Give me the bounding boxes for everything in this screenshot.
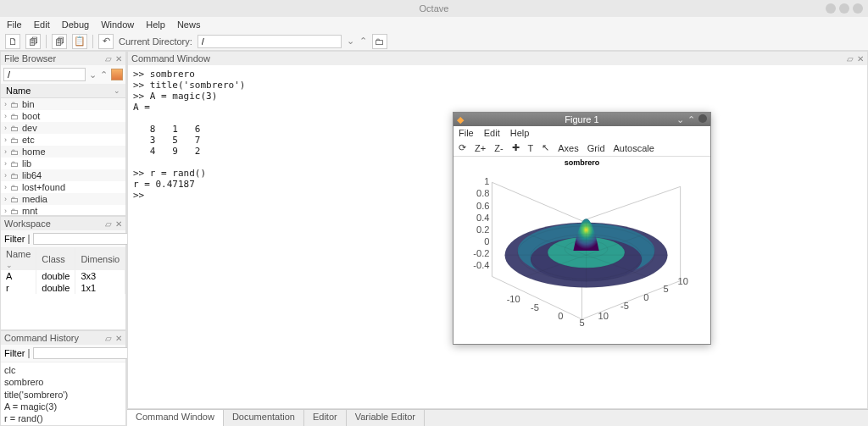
figure-menu-file[interactable]: File <box>459 128 474 138</box>
figure-titlebar[interactable]: ◆ Figure 1 ⌄ ⌃ <box>453 113 710 126</box>
folder-icon: 🗀 <box>10 112 19 121</box>
table-row[interactable]: Adouble3x3 <box>1 270 125 282</box>
folder-icon: 🗀 <box>10 195 19 204</box>
close-panel-icon[interactable]: ✕ <box>115 219 122 229</box>
figure-app-icon: ◆ <box>457 114 464 125</box>
up-icon[interactable]: ⌃ <box>100 69 108 80</box>
folder-item[interactable]: ›🗀mnt <box>1 205 125 215</box>
workspace-table: Name ⌄ Class Dimensio Adouble3x3 rdouble… <box>1 248 125 294</box>
svg-text:-5: -5 <box>531 302 539 313</box>
tab-editor[interactable]: Editor <box>304 410 347 426</box>
folder-item[interactable]: ›🗀media <box>1 193 125 205</box>
tab-variable-editor[interactable]: Variable Editor <box>347 410 425 426</box>
pan-icon[interactable]: ✚ <box>512 142 520 153</box>
main-toolbar: 🗋 🗐 🗐 📋 ↶ Current Directory: ⌄ ⌃ 🗀 <box>0 32 868 51</box>
grid-button[interactable]: Grid <box>587 143 605 153</box>
command-window-title: Command Window ▱✕ <box>128 52 867 65</box>
command-history-panel: Command History ▱✕ Filter clc sombrero t… <box>0 330 126 426</box>
tab-documentation[interactable]: Documentation <box>224 410 304 426</box>
close-panel-icon[interactable]: ✕ <box>115 54 122 64</box>
figure-toolbar: ⟳ Z+ Z- ✚ T ↖ Axes Grid Autoscale <box>453 140 710 157</box>
figure-close-icon[interactable] <box>698 114 707 123</box>
tab-command-window[interactable]: Command Window <box>127 410 224 426</box>
figure-menu-help[interactable]: Help <box>510 128 530 138</box>
select-icon[interactable]: ↖ <box>542 142 549 153</box>
folder-icon: 🗀 <box>10 136 19 145</box>
app-title: Octave <box>420 3 449 14</box>
dropdown-icon[interactable]: ⌄ <box>89 69 97 80</box>
folder-item[interactable]: ›🗀home <box>1 146 125 158</box>
folder-item[interactable]: ›🗀lib <box>1 158 125 169</box>
col-dim[interactable]: Dimensio <box>75 248 125 270</box>
undock-icon[interactable]: ▱ <box>105 219 112 229</box>
new-file-icon[interactable]: 🗋 <box>5 34 20 49</box>
sync-folder-icon[interactable] <box>111 69 123 80</box>
folder-icon: 🗀 <box>10 159 19 169</box>
filter-checkbox[interactable] <box>28 349 30 358</box>
filter-checkbox[interactable] <box>28 235 30 244</box>
folder-item[interactable]: ›🗀bin <box>1 98 125 110</box>
folder-icon: 🗀 <box>10 183 19 192</box>
history-item[interactable]: sombrero <box>4 376 122 388</box>
menu-debug[interactable]: Debug <box>62 19 89 30</box>
folder-icon: 🗀 <box>10 147 19 157</box>
col-name[interactable]: Name ⌄ <box>1 248 36 270</box>
menu-edit[interactable]: Edit <box>34 19 50 30</box>
figure-maximize-icon[interactable]: ⌃ <box>687 114 695 125</box>
close-icon[interactable] <box>853 3 863 14</box>
svg-text:0.4: 0.4 <box>476 213 489 223</box>
folder-item[interactable]: ›🗀lost+found <box>1 181 125 193</box>
history-item[interactable]: r = rand() <box>4 412 122 424</box>
workspace-title: Workspace ▱✕ <box>1 217 125 230</box>
chevron-right-icon: › <box>4 100 7 108</box>
text-icon[interactable]: T <box>528 143 534 153</box>
undock-icon[interactable]: ▱ <box>105 334 112 343</box>
undo-icon[interactable]: ↶ <box>98 34 114 49</box>
maximize-icon[interactable] <box>839 3 849 14</box>
browse-folder-icon[interactable]: 🗀 <box>372 34 387 49</box>
table-row[interactable]: rdouble1x1 <box>1 282 125 294</box>
chevron-right-icon: › <box>4 207 7 215</box>
svg-text:0.6: 0.6 <box>476 201 489 211</box>
zoom-in-button[interactable]: Z+ <box>475 143 486 153</box>
menu-help[interactable]: Help <box>146 19 165 30</box>
menu-window[interactable]: Window <box>101 19 134 30</box>
autoscale-button[interactable]: Autoscale <box>614 143 654 153</box>
folder-item[interactable]: ›🗀dev <box>1 122 125 134</box>
folder-item[interactable]: ›🗀etc <box>1 134 125 146</box>
figure-title: Figure 1 <box>565 114 598 124</box>
svg-text:-0.2: -0.2 <box>473 248 489 258</box>
rotate-icon[interactable]: ⟳ <box>459 142 466 153</box>
folder-item[interactable]: ›🗀boot <box>1 110 125 122</box>
minimize-icon[interactable] <box>826 3 836 14</box>
copy-icon[interactable]: 🗐 <box>52 34 67 49</box>
history-item[interactable]: clc <box>4 364 122 376</box>
undock-icon[interactable]: ▱ <box>847 54 854 64</box>
folder-item[interactable]: ›🗀lib64 <box>1 169 125 181</box>
dropdown-icon[interactable]: ⌄ <box>347 36 354 47</box>
history-item[interactable]: title('sombrero') <box>4 389 122 401</box>
col-class[interactable]: Class <box>36 248 75 270</box>
figure-menu-edit[interactable]: Edit <box>484 128 500 138</box>
axes-button[interactable]: Axes <box>558 143 578 153</box>
new-script-icon[interactable]: 🗐 <box>25 34 41 49</box>
figure-window[interactable]: ◆ Figure 1 ⌄ ⌃ File Edit Help ⟳ Z+ Z- ✚ … <box>453 112 711 345</box>
close-panel-icon[interactable]: ✕ <box>115 334 122 343</box>
history-item[interactable]: A = magic(3) <box>4 401 122 412</box>
sombrero-surface-plot: 1 0.8 0.6 0.4 0.2 0 -0.2 -0.4 -10 -5 0 <box>453 157 710 336</box>
zoom-out-button[interactable]: Z- <box>494 143 503 153</box>
figure-plot[interactable]: sombrero 1 0.8 0.6 0.4 0.2 <box>453 157 710 344</box>
up-dir-icon[interactable]: ⌃ <box>359 36 367 47</box>
paste-icon[interactable]: 📋 <box>72 34 87 49</box>
figure-minimize-icon[interactable]: ⌄ <box>676 114 684 125</box>
close-panel-icon[interactable]: ✕ <box>857 54 864 64</box>
current-dir-input[interactable] <box>198 35 342 48</box>
svg-text:0: 0 <box>558 311 563 321</box>
chevron-right-icon: › <box>4 112 7 120</box>
file-browser-list: ›🗀bin ›🗀boot ›🗀dev ›🗀etc ›🗀home ›🗀lib ›🗀… <box>1 98 125 215</box>
file-browser-header[interactable]: Name ⌄ <box>1 84 125 98</box>
file-browser-path-input[interactable] <box>3 68 86 81</box>
menu-news[interactable]: News <box>177 19 201 30</box>
menu-file[interactable]: File <box>7 19 22 30</box>
undock-icon[interactable]: ▱ <box>105 54 112 64</box>
